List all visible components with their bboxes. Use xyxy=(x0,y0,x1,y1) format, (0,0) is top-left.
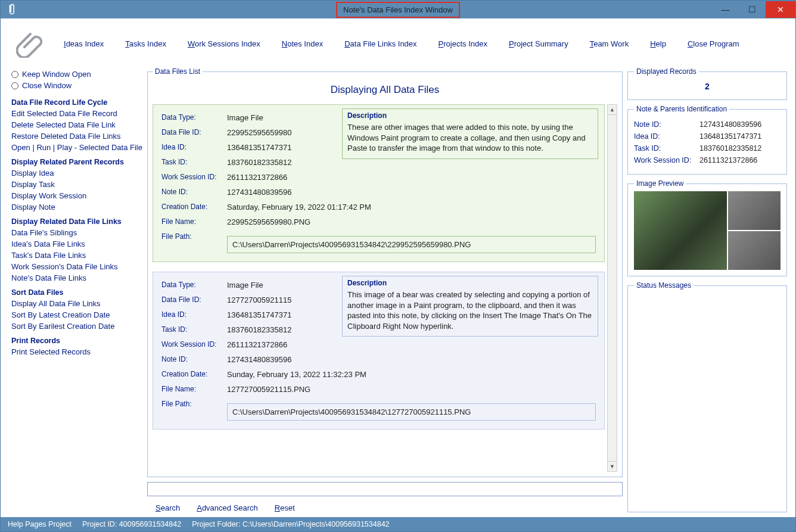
menu-team-work[interactable]: Team Work xyxy=(590,39,629,48)
scroll-down-icon[interactable]: ▼ xyxy=(608,461,617,471)
menu-work-sessions-index[interactable]: Work Sessions Index xyxy=(188,39,260,48)
sidebar-note-links[interactable]: Note's Data File Links xyxy=(11,273,142,282)
menu-data-file-links-index[interactable]: Data File Links Index xyxy=(344,39,416,48)
displayed-records-box: Displayed Records 2 xyxy=(627,67,787,100)
sidebar-print-selected[interactable]: Print Selected Records xyxy=(11,347,142,356)
menu-help[interactable]: Help xyxy=(650,39,666,48)
reset-link[interactable]: Reset xyxy=(275,503,295,512)
sidebar-idea-links[interactable]: Idea's Data File Links xyxy=(11,239,142,248)
menu-projects-index[interactable]: Projects Index xyxy=(439,39,487,48)
sidebar-head-related-links: Display Related Data File Links xyxy=(11,217,142,226)
preview-image[interactable] xyxy=(728,231,781,270)
sidebar-head-lifecycle: Data File Record Life Cycle xyxy=(11,98,142,107)
description-box: Description This image of a bear was cre… xyxy=(342,276,598,337)
list-title: Displaying All Data Files xyxy=(153,79,617,104)
status-help-project[interactable]: Help Pages Project xyxy=(8,520,71,528)
main-column: Data Files List Displaying All Data File… xyxy=(147,67,623,512)
search-link[interactable]: Search xyxy=(156,503,180,512)
note-parents-id-box: Note & Parents Identification Note ID:12… xyxy=(627,105,787,175)
sidebar-ws-links[interactable]: Work Session's Data File Links xyxy=(11,262,142,271)
paperclip-logo-icon xyxy=(16,29,45,58)
sidebar: Keep Window Open Close Window Data File … xyxy=(11,67,142,512)
sidebar-display-note[interactable]: Display Note xyxy=(11,203,142,211)
radio-keep-window-open[interactable]: Keep Window Open xyxy=(11,70,142,79)
scroll-track[interactable] xyxy=(608,115,617,461)
preview-image[interactable] xyxy=(728,191,781,230)
close-button[interactable]: ✕ xyxy=(766,1,795,18)
description-text: This image of a bear was created by sele… xyxy=(347,290,593,331)
displayed-records-count: 2 xyxy=(634,79,781,94)
app-window: Note's Data Files Index Window — ☐ ✕ Ide… xyxy=(0,0,796,532)
scroll-up-icon[interactable]: ▲ xyxy=(608,105,617,115)
status-messages-box: Status Messages xyxy=(627,281,787,512)
status-project-id: Project ID: 400956931534842 xyxy=(82,520,181,528)
menu-notes-index[interactable]: Notes Index xyxy=(282,39,323,48)
minimize-button[interactable]: — xyxy=(712,1,739,18)
sidebar-sort-latest[interactable]: Sort By Latest Creation Date xyxy=(11,310,142,319)
data-file-card[interactable]: Description This image of a bear was cre… xyxy=(153,272,605,430)
menu-items: Ideas Index Tasks Index Work Sessions In… xyxy=(64,39,780,48)
statusbar: Help Pages Project Project ID: 400956931… xyxy=(1,517,795,531)
file-path: C:\Users\Darren\Projects\400956931534842… xyxy=(227,236,596,253)
sidebar-display-task[interactable]: Display Task xyxy=(11,180,142,189)
data-file-card[interactable]: Description These are other images that … xyxy=(153,104,605,262)
menu-ideas-index[interactable]: Ideas Index xyxy=(64,39,104,48)
vertical-scrollbar[interactable]: ▲ ▼ xyxy=(607,104,617,472)
sidebar-siblings[interactable]: Data File's Siblings xyxy=(11,228,142,237)
file-path: C:\Users\Darren\Projects\400956931534842… xyxy=(227,403,596,421)
image-preview-box: Image Preview xyxy=(627,179,787,276)
radio-close-window[interactable]: Close Window xyxy=(11,81,142,90)
sidebar-open-run-play[interactable]: Open | Run | Play - Selected Data File xyxy=(11,143,142,152)
sidebar-display-idea[interactable]: Display Idea xyxy=(11,169,142,178)
window-title: Note's Data Files Index Window xyxy=(336,2,460,18)
sidebar-head-sort: Sort Data Files xyxy=(11,288,142,297)
titlebar: Note's Data Files Index Window — ☐ ✕ xyxy=(1,1,795,18)
maximize-button[interactable]: ☐ xyxy=(739,1,766,18)
description-text: These are other images that were added t… xyxy=(347,122,593,154)
data-files-legend: Data Files List xyxy=(153,67,203,76)
right-column: Displayed Records 2 Note & Parents Ident… xyxy=(627,67,787,512)
app-icon xyxy=(5,4,17,15)
body-row: Keep Window Open Close Window Data File … xyxy=(4,67,792,517)
window-controls: — ☐ ✕ xyxy=(712,1,795,18)
sidebar-head-print: Print Records xyxy=(11,337,142,345)
sidebar-display-all-links[interactable]: Display All Data File Links xyxy=(11,299,142,308)
search-input[interactable] xyxy=(147,482,623,496)
menubar: Ideas Index Tasks Index Work Sessions In… xyxy=(4,22,792,67)
advanced-search-link[interactable]: Advanced Search xyxy=(197,503,258,512)
content-area: Ideas Index Tasks Index Work Sessions In… xyxy=(1,18,795,517)
description-box: Description These are other images that … xyxy=(342,108,598,159)
sidebar-sort-earliest[interactable]: Sort By Earilest Creation Date xyxy=(11,322,142,331)
sidebar-restore-links[interactable]: Restore Deleted Data File Links xyxy=(11,132,142,141)
sidebar-task-links[interactable]: Task's Data File Links xyxy=(11,251,142,260)
sidebar-edit-record[interactable]: Edit Selected Data File Record xyxy=(11,109,142,118)
menu-close-program[interactable]: Close Program xyxy=(688,39,739,48)
sidebar-display-work-session[interactable]: Display Work Session xyxy=(11,191,142,200)
sidebar-delete-link[interactable]: Delete Selected Data File Link xyxy=(11,120,142,129)
sidebar-head-parents: Display Related Parent Records xyxy=(11,158,142,166)
status-project-folder: Project Folder: C:\Users\Darren\Projects… xyxy=(192,520,389,528)
menu-tasks-index[interactable]: Tasks Index xyxy=(125,39,166,48)
cards-container: Description These are other images that … xyxy=(153,104,607,472)
data-files-list: Data Files List Displaying All Data File… xyxy=(147,67,623,477)
preview-image[interactable] xyxy=(634,191,727,270)
menu-project-summary[interactable]: Project Summary xyxy=(509,39,568,48)
